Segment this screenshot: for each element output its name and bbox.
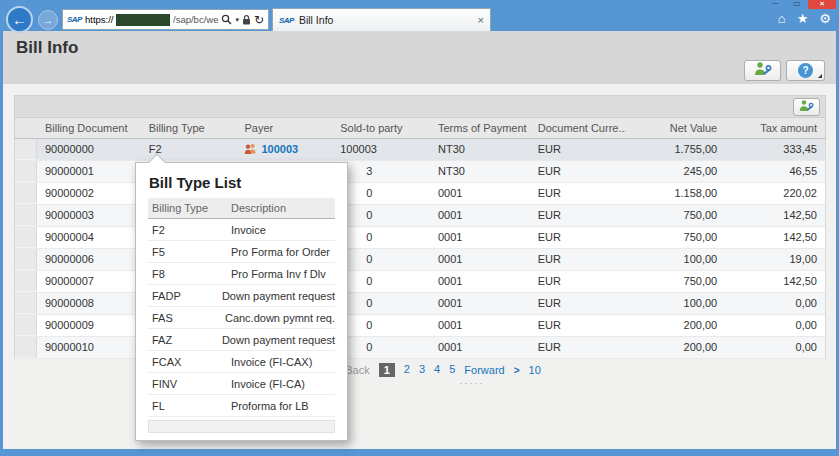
paginator-page[interactable]: 3 (419, 363, 425, 377)
paginator-back: Back (345, 364, 369, 376)
paginator-page[interactable]: 4 (434, 363, 440, 377)
paginator-last-page[interactable]: 10 (529, 364, 541, 376)
tax-amount-cell: 0,00 (725, 315, 825, 336)
terms-of-payment-cell: NT30 (430, 139, 530, 160)
person-wrench-icon (799, 98, 814, 116)
row-selector-cell[interactable] (15, 293, 37, 314)
popup-row[interactable]: FINV Invoice (FI-CA) (148, 373, 335, 395)
row-selector-cell[interactable] (15, 161, 37, 182)
back-button[interactable]: ← (6, 6, 33, 33)
column-header-net-value[interactable]: Net Value (626, 118, 726, 138)
column-header-payer[interactable]: Payer (236, 118, 332, 138)
refresh-icon[interactable]: ↻ (254, 14, 264, 26)
popup-row[interactable]: F2 Invoice (148, 219, 335, 241)
table-row[interactable]: 90000000 F2 100003 100003 NT30 EUR 1.755… (15, 139, 825, 161)
app-header: Bill Info ? (3, 31, 836, 84)
tax-amount-cell: 46,55 (725, 161, 825, 182)
document-currency-cell: EUR (530, 271, 626, 292)
maximize-icon[interactable]: ▭ (786, 0, 808, 9)
row-selector-cell[interactable] (15, 249, 37, 270)
popup-description-cell: Down payment request (222, 285, 335, 306)
popup-description-cell: Pro Forma Inv f Dlv (231, 263, 335, 284)
tax-amount-cell: 142,50 (725, 227, 825, 248)
column-header-document-currency[interactable]: Document Curre... (530, 118, 626, 138)
popup-row[interactable]: FL Proforma for LB (148, 395, 335, 417)
menu-corner-icon (818, 74, 822, 78)
popup-row[interactable]: F5 Pro Forma for Order (148, 241, 335, 263)
net-value-cell: 200,00 (626, 315, 726, 336)
popup-billing-type-cell: FAS (148, 307, 225, 328)
column-header-terms-of-payment[interactable]: Terms of Payment (430, 118, 530, 138)
tab-title: Bill Info (299, 14, 473, 26)
popup-body: F2 Invoice F5 Pro Forma for Order F8 Pro… (148, 219, 335, 417)
settings-gear-icon[interactable]: ⚙ (819, 11, 831, 27)
document-currency-cell: EUR (530, 315, 626, 336)
popup-row[interactable]: F8 Pro Forma Inv f Dlv (148, 263, 335, 285)
popup-billing-type-cell: F5 (148, 241, 231, 262)
person-wrench-icon (754, 61, 772, 80)
table-personalize-button[interactable] (793, 98, 820, 116)
search-icon[interactable] (221, 14, 232, 25)
column-header-selector (15, 118, 37, 138)
bill-type-list-popup: Bill Type List Billing Type Description … (135, 162, 348, 441)
close-icon[interactable]: × (808, 0, 836, 9)
terms-of-payment-cell: 0001 (430, 293, 530, 314)
favorites-star-icon[interactable]: ★ (797, 11, 809, 27)
paginator-page[interactable]: 5 (449, 363, 455, 377)
address-bar[interactable]: SAP https:// /sap/bc/we ▾ ↻ (62, 9, 269, 30)
forward-button[interactable]: → (38, 10, 58, 30)
billing-document-cell: 90000006 (37, 249, 141, 270)
popup-billing-type-cell: FADP (148, 285, 222, 306)
row-selector-cell[interactable] (15, 227, 37, 248)
personalize-button[interactable] (744, 60, 781, 81)
column-header-sold-to-party[interactable]: Sold-to party (332, 118, 430, 138)
terms-of-payment-cell: NT30 (430, 161, 530, 182)
popup-billing-type-cell: FCAX (148, 351, 231, 372)
tab-close-icon[interactable]: × (478, 14, 484, 26)
row-selector-cell[interactable] (15, 205, 37, 226)
billing-document-cell: 90000007 (37, 271, 141, 292)
terms-of-payment-cell: 0001 (430, 183, 530, 204)
net-value-cell: 100,00 (626, 249, 726, 270)
net-value-cell: 1.158,00 (626, 183, 726, 204)
popup-row[interactable]: FAS Canc.down pymnt req. (148, 307, 335, 329)
popup-row[interactable]: FCAX Invoice (FI-CAX) (148, 351, 335, 373)
document-currency-cell: EUR (530, 205, 626, 226)
row-selector-cell[interactable] (15, 271, 37, 292)
popup-header-row: Billing Type Description (148, 198, 335, 219)
net-value-cell: 200,00 (626, 337, 726, 358)
column-header-tax-amount[interactable]: Tax amount (725, 118, 825, 138)
document-currency-cell: EUR (530, 293, 626, 314)
help-button[interactable]: ? (786, 60, 825, 81)
row-selector-cell[interactable] (15, 139, 37, 160)
document-currency-cell: EUR (530, 139, 626, 160)
popup-row[interactable]: FADP Down payment request (148, 285, 335, 307)
popup-row[interactable]: FAZ Down payment request (148, 329, 335, 351)
paginator-page[interactable]: 2 (404, 363, 410, 377)
paginator-forward[interactable]: Forward (464, 364, 504, 376)
home-icon[interactable]: ⌂ (778, 11, 786, 27)
billing-document-cell: 90000001 (37, 161, 141, 182)
popup-column-billing-type: Billing Type (148, 198, 231, 218)
chevron-down-icon[interactable]: ▾ (235, 16, 239, 24)
row-selector-cell[interactable] (15, 183, 37, 204)
net-value-cell: 1.755,00 (626, 139, 726, 160)
chevron-right-icon[interactable]: > (514, 365, 520, 376)
document-currency-cell: EUR (530, 227, 626, 248)
tax-amount-cell: 142,50 (725, 271, 825, 292)
row-selector-cell[interactable] (15, 337, 37, 358)
table-header-row: Billing Document Billing Type Payer Sold… (14, 117, 826, 139)
paginator-page[interactable]: 1 (379, 363, 395, 377)
window-frame-bottom (0, 449, 839, 456)
window-controls: ─ ▭ × (764, 0, 836, 9)
payer-link[interactable]: 100003 (261, 143, 298, 155)
browser-tab[interactable]: SAP Bill Info × (272, 8, 491, 31)
window-frame-left (0, 0, 3, 456)
tax-amount-cell: 333,45 (725, 139, 825, 160)
column-header-billing-document[interactable]: Billing Document (37, 118, 141, 138)
row-selector-cell[interactable] (15, 315, 37, 336)
terms-of-payment-cell: 0001 (430, 205, 530, 226)
net-value-cell: 750,00 (626, 271, 726, 292)
minimize-icon[interactable]: ─ (764, 0, 786, 9)
column-header-billing-type[interactable]: Billing Type (141, 118, 237, 138)
